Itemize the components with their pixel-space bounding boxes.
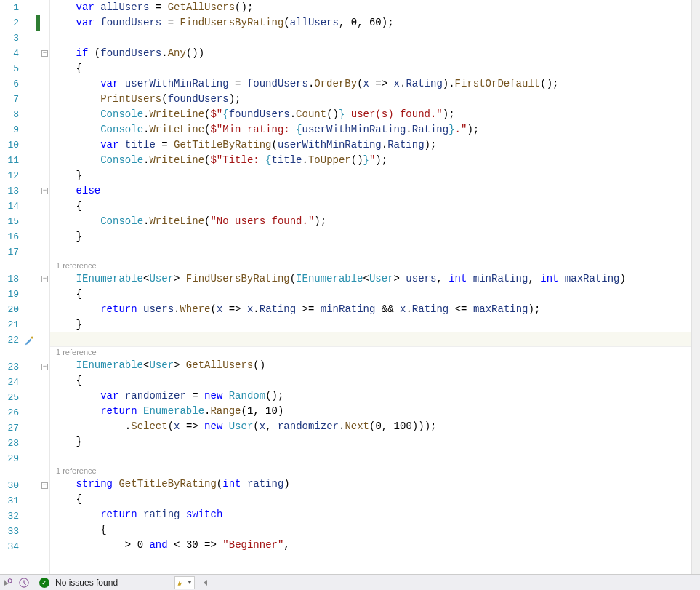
line-number: 6 bbox=[0, 76, 19, 92]
codelens-gutter bbox=[0, 348, 19, 359]
line-number: 30 bbox=[0, 478, 19, 493]
line-number: 33 bbox=[0, 524, 19, 539]
line-number: 24 bbox=[0, 375, 19, 390]
line-number: 19 bbox=[0, 287, 19, 302]
fold-toggle[interactable]: − bbox=[41, 364, 48, 370]
line-number: 29 bbox=[0, 451, 19, 466]
code-line[interactable]: var title = GetTitleByRating(userWithMin… bbox=[50, 137, 700, 153]
code-line[interactable]: Console.WriteLine($"Min rating: {userWit… bbox=[50, 122, 700, 137]
code-line[interactable]: var foundUsers = FindUsersByRating(allUs… bbox=[50, 15, 700, 31]
code-line[interactable]: Console.WriteLine("No users found."); bbox=[50, 214, 700, 229]
line-number: 27 bbox=[0, 420, 19, 436]
code-line[interactable]: { bbox=[50, 61, 700, 76]
line-number: 4 bbox=[0, 46, 19, 61]
indicator-margin bbox=[23, 0, 36, 574]
tools-icon[interactable] bbox=[3, 578, 13, 588]
codelens-reference[interactable]: 1 reference bbox=[50, 260, 700, 271]
line-number: 34 bbox=[0, 539, 19, 554]
code-line[interactable]: > 0 and < 30 => "Beginner", bbox=[50, 538, 700, 553]
code-line[interactable]: var allUsers = GetAllUsers(); bbox=[50, 0, 700, 15]
code-editor[interactable]: 1234567891011121314151617181920212223242… bbox=[0, 0, 700, 574]
svg-point-1 bbox=[8, 578, 12, 582]
line-number: 14 bbox=[0, 199, 19, 214]
code-line[interactable] bbox=[50, 332, 700, 347]
line-number: 12 bbox=[0, 168, 19, 183]
code-area[interactable]: var allUsers = GetAllUsers(); var foundU… bbox=[50, 0, 700, 574]
line-number: 2 bbox=[0, 15, 19, 31]
line-number: 9 bbox=[0, 122, 19, 137]
line-number: 18 bbox=[0, 271, 19, 287]
code-line[interactable]: var randomizer = new Random(); bbox=[50, 388, 700, 404]
line-number-gutter: 1234567891011121314151617181920212223242… bbox=[0, 0, 23, 574]
codelens-gutter bbox=[0, 466, 19, 478]
code-line[interactable]: return rating switch bbox=[50, 507, 700, 522]
fold-toggle[interactable]: − bbox=[41, 276, 48, 282]
fold-toggle[interactable]: − bbox=[41, 50, 48, 57]
svg-rect-0 bbox=[31, 336, 33, 339]
code-line[interactable]: { bbox=[50, 522, 700, 538]
code-line[interactable]: else bbox=[50, 183, 700, 199]
codelens-reference[interactable]: 1 reference bbox=[50, 346, 700, 358]
code-line[interactable]: string GetTitleByRating(int rating) bbox=[50, 477, 700, 492]
code-line[interactable]: { bbox=[50, 199, 700, 214]
code-line[interactable]: Console.WriteLine($"Title: {title.ToUppe… bbox=[50, 153, 700, 168]
line-number: 22 bbox=[0, 332, 19, 348]
code-line[interactable]: { bbox=[50, 287, 700, 302]
line-number: 1 bbox=[0, 0, 19, 15]
code-analysis-icon[interactable] bbox=[19, 578, 29, 588]
line-number: 11 bbox=[0, 153, 19, 168]
code-line[interactable]: Console.WriteLine($"{foundUsers.Count()}… bbox=[50, 107, 700, 122]
vertical-scrollbar[interactable] bbox=[691, 0, 700, 574]
code-line[interactable]: return Enumerable.Range(1, 10) bbox=[50, 404, 700, 419]
line-number: 17 bbox=[0, 244, 19, 260]
codelens-reference[interactable]: 1 reference bbox=[50, 465, 700, 477]
line-number: 25 bbox=[0, 390, 19, 405]
fold-toggle[interactable]: − bbox=[41, 482, 48, 489]
quick-actions-dropdown[interactable]: ▼ bbox=[174, 576, 195, 589]
code-line[interactable]: .Select(x => new User(x, randomizer.Next… bbox=[50, 419, 700, 434]
status-bar: ✓ No issues found ▼ bbox=[0, 574, 700, 590]
line-number: 13 bbox=[0, 183, 19, 199]
code-line[interactable]: return users.Where(x => x.Rating >= minR… bbox=[50, 302, 700, 317]
line-number: 15 bbox=[0, 214, 19, 229]
code-line[interactable]: IEnumerable<User> GetAllUsers() bbox=[50, 358, 700, 373]
ok-icon: ✓ bbox=[39, 578, 49, 588]
line-number: 7 bbox=[0, 92, 19, 107]
code-line[interactable]: { bbox=[50, 492, 700, 507]
code-line[interactable]: } bbox=[50, 317, 700, 332]
code-line[interactable] bbox=[50, 244, 700, 260]
code-line[interactable]: IEnumerable<User> FindUsersByRating(IEnu… bbox=[50, 271, 700, 287]
line-number: 5 bbox=[0, 61, 19, 76]
line-number: 32 bbox=[0, 509, 19, 524]
code-line[interactable]: } bbox=[50, 434, 700, 450]
fold-margin[interactable]: −−−−− bbox=[40, 0, 50, 574]
line-number: 20 bbox=[0, 302, 19, 317]
code-line[interactable]: if (foundUsers.Any()) bbox=[50, 46, 700, 61]
line-number: 23 bbox=[0, 359, 19, 375]
codelens-gutter bbox=[0, 260, 19, 271]
code-line[interactable] bbox=[50, 31, 700, 46]
line-number: 8 bbox=[0, 107, 19, 122]
line-number: 31 bbox=[0, 493, 19, 509]
code-line[interactable]: } bbox=[50, 229, 700, 244]
line-number: 16 bbox=[0, 229, 19, 244]
line-number: 10 bbox=[0, 137, 19, 153]
quick-actions-icon[interactable] bbox=[23, 332, 36, 348]
fold-toggle[interactable]: − bbox=[41, 188, 48, 194]
code-line[interactable]: var userWithMinRating = foundUsers.Order… bbox=[50, 76, 700, 92]
line-number: 26 bbox=[0, 405, 19, 420]
code-line[interactable]: PrintUsers(foundUsers); bbox=[50, 92, 700, 107]
code-line[interactable] bbox=[50, 450, 700, 465]
scroll-left-icon[interactable] bbox=[204, 580, 207, 586]
line-number: 28 bbox=[0, 436, 19, 451]
code-line[interactable]: } bbox=[50, 168, 700, 183]
line-number: 3 bbox=[0, 31, 19, 46]
line-number: 21 bbox=[0, 317, 19, 332]
code-line[interactable]: { bbox=[50, 373, 700, 388]
issues-text[interactable]: No issues found bbox=[55, 578, 118, 588]
